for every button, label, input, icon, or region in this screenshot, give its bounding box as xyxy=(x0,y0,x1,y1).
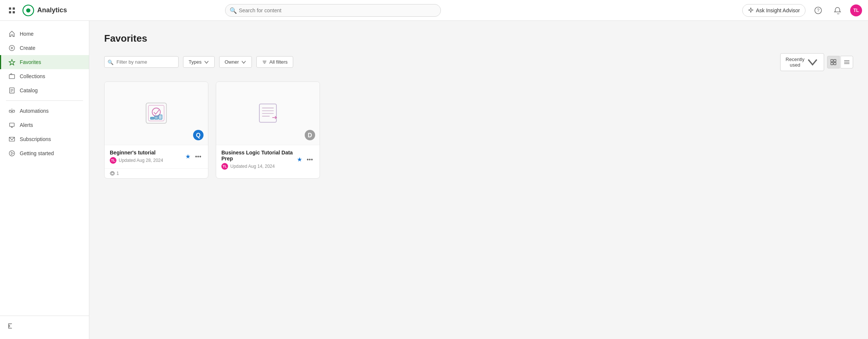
card-1-avatar: TL xyxy=(110,157,116,164)
svg-rect-38 xyxy=(150,117,154,119)
svg-rect-3 xyxy=(13,11,15,13)
svg-rect-29 xyxy=(834,60,836,62)
sidebar-label-catalog: Catalog xyxy=(20,87,38,93)
sparkle-icon xyxy=(748,7,754,13)
types-filter-label: Types xyxy=(189,59,202,65)
help-button[interactable]: ? xyxy=(811,4,825,17)
notifications-button[interactable] xyxy=(831,4,844,17)
card-1-more-button[interactable]: ••• xyxy=(193,153,203,161)
sidebar: Home Create Favorites Collections Catalo… xyxy=(0,21,89,339)
card-business-logic[interactable]: D Business Logic Tutorial Data Prep TL U… xyxy=(216,81,320,179)
view-toggle xyxy=(827,56,853,68)
card-beginners-tutorial[interactable]: Q Beginner's tutorial TL Updated Aug 28,… xyxy=(104,81,208,179)
card-2-more-button[interactable]: ••• xyxy=(305,156,314,164)
card-1-footer-row: Beginner's tutorial TL Updated Aug 28, 2… xyxy=(110,150,203,164)
search-icon: 🔍 xyxy=(230,7,237,14)
filter-search-icon: 🔍 xyxy=(108,59,113,65)
card-2-title: Business Logic Tutorial Data Prep xyxy=(221,150,297,161)
svg-rect-30 xyxy=(831,63,833,65)
cards-grid: Q Beginner's tutorial TL Updated Aug 28,… xyxy=(104,81,853,179)
chevron-down-icon-2 xyxy=(241,60,246,65)
sidebar-item-home[interactable]: Home xyxy=(0,27,89,41)
svg-rect-40 xyxy=(158,115,162,119)
sidebar-label-create: Create xyxy=(20,45,35,51)
sidebar-item-alerts[interactable]: Alerts xyxy=(0,118,89,132)
page-title: Favorites xyxy=(104,33,853,44)
list-view-button[interactable] xyxy=(840,56,853,68)
sort-dropdown-button[interactable]: Recently used xyxy=(780,53,824,71)
types-filter-button[interactable]: Types xyxy=(183,56,215,68)
avatar[interactable]: TL xyxy=(850,4,862,16)
card-2-footer: Business Logic Tutorial Data Prep TL Upd… xyxy=(216,145,320,174)
help-icon: ? xyxy=(814,7,822,14)
card-2-actions: ★ ••• xyxy=(297,156,314,164)
sidebar-label-automations: Automations xyxy=(20,108,49,114)
svg-marker-24 xyxy=(11,152,13,154)
svg-rect-16 xyxy=(9,110,11,112)
sidebar-item-catalog[interactable]: Catalog xyxy=(0,83,89,97)
app-title: Analytics xyxy=(37,6,67,14)
svg-rect-0 xyxy=(9,7,11,10)
sort-chevron-icon xyxy=(807,56,819,68)
collections-icon xyxy=(9,73,15,80)
card-2-info: Business Logic Tutorial Data Prep TL Upd… xyxy=(221,150,297,170)
qlik-logo-svg xyxy=(22,4,34,16)
sidebar-item-create[interactable]: Create xyxy=(0,41,89,55)
insight-advisor-button[interactable]: Ask Insight Advisor xyxy=(742,4,805,17)
filter-by-name-input[interactable] xyxy=(104,56,179,68)
chevron-down-icon xyxy=(204,60,209,65)
card-1-meta: TL Updated Aug 28, 2024 xyxy=(110,157,163,164)
avatar-initials: TL xyxy=(853,8,859,13)
card-2-star-button[interactable]: ★ xyxy=(297,156,302,163)
svg-rect-39 xyxy=(154,116,158,119)
card-1-type-badge: Q xyxy=(193,130,204,140)
card-1-updated: Updated Aug 28, 2024 xyxy=(119,158,163,163)
all-filters-label: All filters xyxy=(269,59,288,65)
grid-menu-icon[interactable] xyxy=(6,4,18,16)
card-1-star-button[interactable]: ★ xyxy=(185,153,190,160)
card-2-preview: D xyxy=(216,82,320,145)
card-2-meta: TL Updated Aug 14, 2024 xyxy=(221,163,297,170)
list-view-icon xyxy=(844,59,850,65)
sidebar-item-collections[interactable]: Collections xyxy=(0,69,89,83)
sort-label: Recently used xyxy=(786,57,805,68)
search-input[interactable] xyxy=(225,4,441,17)
svg-rect-19 xyxy=(10,123,15,127)
sidebar-item-getting-started[interactable]: Getting started xyxy=(0,146,89,160)
sidebar-label-subscriptions: Subscriptions xyxy=(20,136,51,142)
sidebar-item-automations[interactable]: Automations xyxy=(0,104,89,118)
sidebar-label-favorites: Favorites xyxy=(20,59,41,65)
insight-advisor-label: Ask Insight Advisor xyxy=(756,7,800,13)
card-1-avatar-initials: TL xyxy=(111,159,115,162)
card-2-avatar-initials: TL xyxy=(223,164,227,168)
svg-point-5 xyxy=(26,8,30,12)
card-2-avatar: TL xyxy=(221,163,228,170)
sidebar-item-subscriptions[interactable]: Subscriptions xyxy=(0,132,89,146)
svg-text:Q: Q xyxy=(196,132,201,138)
card-2-updated: Updated Aug 14, 2024 xyxy=(230,164,275,169)
owner-filter-label: Owner xyxy=(225,59,239,65)
create-icon xyxy=(9,45,15,51)
card-1-title: Beginner's tutorial xyxy=(110,150,163,156)
card-1-preview: Q xyxy=(105,82,208,145)
sidebar-label-getting-started: Getting started xyxy=(20,150,54,156)
card-1-views-count: 1 xyxy=(116,171,119,176)
sidebar-label-alerts: Alerts xyxy=(20,122,33,128)
svg-rect-11 xyxy=(9,75,15,79)
subscriptions-icon xyxy=(9,136,15,143)
data-type-icon: D xyxy=(305,123,315,147)
filters-right: Recently used xyxy=(780,53,853,71)
all-filters-button[interactable]: All filters xyxy=(256,56,293,68)
collapse-sidebar-button[interactable] xyxy=(0,319,89,333)
data-preview-icon xyxy=(256,101,280,125)
sidebar-item-favorites[interactable]: Favorites xyxy=(0,55,89,69)
card-1-footer: Beginner's tutorial TL Updated Aug 28, 2… xyxy=(105,145,208,168)
automations-icon xyxy=(9,108,15,114)
nav-right: Ask Insight Advisor ? TL xyxy=(742,4,862,17)
catalog-icon xyxy=(9,87,15,94)
svg-rect-2 xyxy=(9,11,11,13)
grid-view-button[interactable] xyxy=(827,56,840,68)
sidebar-divider xyxy=(6,100,83,101)
owner-filter-button[interactable]: Owner xyxy=(219,56,252,68)
card-1-views: 1 xyxy=(105,168,208,178)
